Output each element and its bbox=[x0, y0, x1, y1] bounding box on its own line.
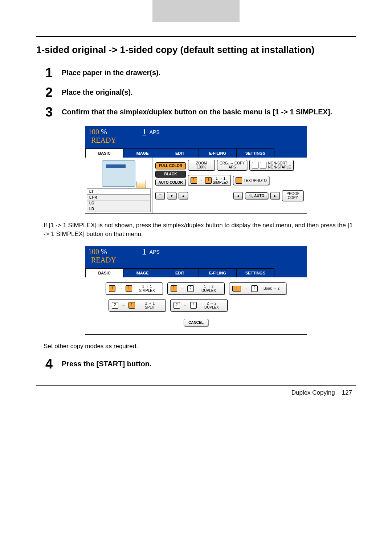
tab-bar: BASIC IMAGE EDIT E-FILING SETTINGS bbox=[85, 147, 307, 158]
ready-label: READY bbox=[88, 136, 304, 146]
textphoto-icon bbox=[236, 177, 242, 184]
zoom-value: 100 bbox=[88, 248, 99, 256]
arrow-icon: → bbox=[179, 286, 185, 291]
step-number: 3 bbox=[36, 106, 62, 119]
option-1-1-simplex[interactable]: 1→11 → 1SIMPLEX bbox=[106, 282, 163, 295]
black-button[interactable]: BLACK bbox=[155, 171, 186, 178]
step-2: 2 Place the original(s). bbox=[36, 86, 356, 99]
tab-settings[interactable]: SETTINGS bbox=[236, 148, 274, 158]
full-color-button[interactable]: FULL COLOR bbox=[155, 162, 186, 169]
tray-ld[interactable]: LD bbox=[87, 206, 151, 212]
step-number: 4 bbox=[36, 358, 62, 371]
zoom-pct: % bbox=[101, 128, 107, 136]
step-number: 2 bbox=[36, 86, 62, 99]
prev-button[interactable]: ◄ bbox=[233, 192, 243, 199]
status-bar: 100 % 1 APS READY bbox=[85, 126, 307, 147]
book-icon bbox=[232, 286, 241, 292]
text-photo-button[interactable]: TEXT/PHOTO bbox=[233, 176, 269, 185]
arrow-icon: → bbox=[121, 303, 126, 308]
zoom-button[interactable]: ZOOM100% bbox=[188, 160, 215, 171]
cancel-button[interactable]: CANCEL bbox=[184, 319, 208, 326]
page1-icon: 1 bbox=[171, 285, 177, 292]
tray-lg[interactable]: LG bbox=[87, 200, 151, 206]
auto-density-button[interactable]: 🔍 AUTO bbox=[245, 192, 268, 199]
density-down-button[interactable]: ▼ bbox=[167, 192, 176, 199]
density-up-button[interactable]: ▲ bbox=[179, 192, 188, 199]
page1-icon: 1 bbox=[205, 177, 212, 184]
simplex-button[interactable]: 1→11 → 1SIMPLEX bbox=[188, 175, 231, 186]
step-text: Place paper in the drawer(s). bbox=[62, 69, 160, 77]
density-scale bbox=[192, 195, 229, 196]
footer-page: 127 bbox=[342, 389, 352, 396]
zoom-pct: % bbox=[101, 248, 107, 256]
tab-efiling[interactable]: E-FILING bbox=[199, 268, 237, 277]
ready-label: READY bbox=[88, 256, 304, 266]
tray-ltr[interactable]: LT-R bbox=[87, 194, 151, 200]
page2-icon: 2 bbox=[251, 285, 258, 292]
bypass-icon bbox=[136, 181, 146, 188]
option-2-1-split[interactable]: 2→12 → 1SPLIT bbox=[109, 299, 166, 311]
step-text: Confirm that the simplex/duplex button o… bbox=[62, 108, 332, 116]
tab-image[interactable]: IMAGE bbox=[123, 148, 161, 158]
page2-icon: 2 bbox=[187, 285, 194, 292]
copier-basic-screen: 100 % 1 APS READY BASIC IMAGE EDIT E-FIL… bbox=[85, 126, 307, 214]
header-mask bbox=[152, 0, 240, 22]
copy-count: 1 bbox=[143, 128, 146, 136]
arrow-icon: → bbox=[182, 303, 188, 308]
top-rule bbox=[36, 36, 356, 37]
aps-label: APS bbox=[150, 249, 160, 255]
step-4: 4 Press the [START] button. bbox=[36, 358, 356, 371]
step-number: 1 bbox=[36, 66, 62, 80]
tray-list: LT LT-R LG LD bbox=[87, 188, 151, 212]
option-1-2-duplex[interactable]: 1→21 → 2DUPLEX bbox=[167, 282, 225, 295]
step-text: Place the original(s). bbox=[62, 88, 133, 96]
page1-icon: 1 bbox=[191, 177, 197, 184]
page1-icon: 1 bbox=[128, 302, 135, 309]
step-1: 1 Place paper in the drawer(s). bbox=[36, 66, 356, 80]
page2-icon: 2 bbox=[112, 302, 118, 309]
tray-lt[interactable]: LT bbox=[87, 188, 151, 195]
tab-edit[interactable]: EDIT bbox=[161, 268, 199, 277]
sort-button[interactable]: NON-SORTNON-STAPLE bbox=[249, 160, 293, 171]
page1-icon: 1 bbox=[126, 285, 132, 292]
note-text: If [1 -> 1 SIMPLEX] is not shown, press … bbox=[44, 221, 356, 239]
step-3: 3 Confirm that the simplex/duplex button… bbox=[36, 106, 356, 119]
page2-icon: 2 bbox=[173, 302, 180, 309]
page-icon bbox=[260, 162, 266, 168]
arrow-icon: → bbox=[118, 286, 123, 291]
arrow-icon: → bbox=[198, 178, 204, 183]
page-footer: Duplex Copying 127 bbox=[36, 389, 356, 396]
tab-basic[interactable]: BASIC bbox=[85, 148, 123, 158]
proof-copy-button[interactable]: PROOFCOPY bbox=[282, 190, 304, 201]
copier-duplex-menu-screen: 100 % 1 APS READY BASIC IMAGE EDIT E-FIL… bbox=[85, 246, 307, 335]
footer-section: Duplex Copying bbox=[291, 389, 335, 396]
aps-label: APS bbox=[150, 129, 160, 135]
tab-bar: BASIC IMAGE EDIT E-FILING SETTINGS bbox=[85, 267, 307, 277]
copy-count: 1 bbox=[143, 248, 146, 256]
tab-image[interactable]: IMAGE bbox=[123, 268, 161, 277]
status-bar: 100 % 1 APS READY bbox=[85, 246, 307, 267]
tab-efiling[interactable]: E-FILING bbox=[199, 148, 237, 158]
arrow-icon: → bbox=[243, 286, 249, 291]
copier-illustration bbox=[102, 160, 135, 187]
tab-basic[interactable]: BASIC bbox=[85, 268, 123, 277]
bottom-rule bbox=[36, 385, 356, 386]
page1-icon: 1 bbox=[109, 285, 115, 292]
step-text: Press the [START] button. bbox=[62, 360, 151, 368]
org-copy-button[interactable]: ORG. → COPYAPS bbox=[217, 160, 247, 171]
next-button[interactable]: ► bbox=[270, 192, 280, 199]
tab-settings[interactable]: SETTINGS bbox=[236, 268, 274, 277]
auto-color-button[interactable]: AUTO COLOR bbox=[155, 179, 186, 186]
section-title: 1-sided original -> 1-sided copy (defaul… bbox=[36, 44, 356, 56]
tab-edit[interactable]: EDIT bbox=[161, 148, 199, 158]
menu-icon[interactable]: ☰ bbox=[155, 192, 165, 199]
option-2-2-duplex[interactable]: 2→22 → 2DUPLEX bbox=[170, 299, 228, 311]
page2-icon: 2 bbox=[190, 302, 197, 309]
option-book-2[interactable]: →2Book → 2 bbox=[229, 282, 286, 295]
zoom-value: 100 bbox=[88, 128, 99, 136]
page-icon bbox=[252, 162, 258, 168]
note-text-2: Set other copy modes as required. bbox=[44, 342, 356, 351]
